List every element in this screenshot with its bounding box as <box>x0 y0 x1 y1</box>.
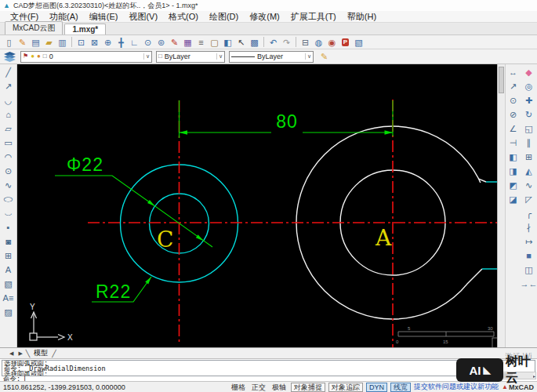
mtext-tool[interactable]: A≡ <box>2 292 15 304</box>
circle-tool[interactable]: ⊙ <box>2 165 15 177</box>
move-tool[interactable]: ✚ <box>522 94 535 107</box>
layout-icon[interactable]: ▢ <box>208 36 221 49</box>
layer-manager-icon[interactable] <box>3 50 16 63</box>
aligned-dimension-tool[interactable]: ↗ <box>506 80 520 93</box>
grid-toggle[interactable]: 栅格 <box>230 383 247 391</box>
color-select[interactable]: □ ByLayer ∨ <box>156 51 225 63</box>
canvas-scrollbar[interactable] <box>497 64 505 347</box>
polygon-tool[interactable]: ⌂ <box>2 108 15 121</box>
ellipse-tool[interactable]: ◯ <box>2 193 15 205</box>
web-icon[interactable]: ◍ <box>312 36 325 49</box>
draw-order-below-tool[interactable]: ◪ <box>506 193 520 205</box>
find-icon[interactable]: ⊚ <box>154 36 168 49</box>
scale-tool[interactable]: ◱ <box>522 122 535 135</box>
zoom-circle-icon[interactable]: ⊙ <box>141 36 154 49</box>
tab-current-drawing[interactable]: 1.mxg* <box>64 24 106 34</box>
pan-icon[interactable]: ╋ <box>114 36 128 49</box>
radius-dimension-tool[interactable]: ⊙ <box>506 94 520 107</box>
chamfer-tool[interactable]: ◸ <box>522 193 535 205</box>
lineweight-toggle[interactable]: 线宽 <box>390 383 411 392</box>
command-history[interactable]: 选择圆弧或圆: 命令: _DrawRadialDimension 选择圆弧或圆: <box>2 360 535 376</box>
redline-icon[interactable]: ✎ <box>168 36 181 49</box>
point-tool[interactable]: ▪ <box>2 221 15 234</box>
image-export-icon[interactable]: ▧ <box>352 36 365 49</box>
join-tool[interactable]: →← <box>522 278 535 290</box>
drawing-canvas[interactable]: 80 Φ22 R22 C A 5 30 0 <box>17 64 497 347</box>
menu-item[interactable]: 帮助(H) <box>342 11 382 23</box>
menu-item[interactable]: 视图(V) <box>123 11 163 23</box>
erase-tool[interactable]: ◆ <box>522 66 535 78</box>
hatch-tool[interactable]: ▨ <box>2 306 15 318</box>
print-icon[interactable]: ⊟ <box>299 36 312 49</box>
mirror-tool[interactable]: ◭ <box>522 165 535 177</box>
spline-tool[interactable]: ∿ <box>2 179 15 191</box>
save-icon[interactable]: ▤ <box>29 36 42 49</box>
dim-text-diameter[interactable]: Φ22 <box>67 154 103 175</box>
rotate-tool[interactable]: ↻ <box>522 108 535 121</box>
new-file-icon[interactable]: ▯ <box>2 36 16 49</box>
linear-dimension-tool[interactable]: ↔ <box>506 66 520 78</box>
menu-item[interactable]: 扩展工具(T) <box>285 11 342 23</box>
dim-text-80[interactable]: 80 <box>276 111 298 132</box>
ellipse-arc-tool[interactable]: ◡ <box>2 207 15 220</box>
display-order-icon[interactable]: ◧ <box>221 36 234 49</box>
zoom-object-icon[interactable]: ⊠ <box>88 36 101 49</box>
line-tool[interactable]: ╱ <box>2 66 15 78</box>
dyn-toggle[interactable]: DYN <box>366 383 387 392</box>
menu-item[interactable]: 绘图(D) <box>204 11 244 23</box>
construction-line-tool[interactable]: ↗ <box>2 80 15 93</box>
array-tool[interactable]: ⊞ <box>522 151 535 163</box>
fillet-tool[interactable]: ╭ <box>522 207 535 220</box>
table-icon[interactable]: ▦ <box>181 36 194 49</box>
rectangle-tool[interactable]: ▭ <box>2 136 15 149</box>
edit-polyline-tool[interactable]: ∿ <box>522 179 535 191</box>
pencil-icon[interactable]: ✎ <box>317 50 331 63</box>
scale-bar[interactable]: 5 30 0 15 <box>396 326 497 347</box>
dimension-continue-tool[interactable]: ⊣ <box>506 136 520 149</box>
angular-dimension-tool[interactable]: ∠ <box>506 122 520 135</box>
stretch-tool[interactable]: ◫ <box>522 263 535 276</box>
linetype-manager-icon[interactable]: ≡ <box>194 36 208 49</box>
save-as-icon[interactable]: ▥ <box>56 36 69 49</box>
select-icon[interactable]: ↖ <box>234 36 248 49</box>
arc-tool[interactable]: ◠ <box>2 151 15 163</box>
scrollbar-thumb[interactable] <box>499 67 504 93</box>
menu-item[interactable]: 编辑(E) <box>84 11 124 23</box>
edit-drawing-icon[interactable]: ✎ <box>16 36 29 49</box>
closed-polyline-tool[interactable]: ▱ <box>2 122 15 135</box>
menu-item[interactable]: 格式(O) <box>163 11 204 23</box>
pdf-export-icon[interactable]: P <box>339 36 352 49</box>
linetype-select[interactable]: ByLayer ∨ <box>229 51 314 63</box>
diameter-dimension-tool[interactable]: ⊘ <box>506 108 520 121</box>
ucs-icon-button[interactable]: ∟ <box>128 36 141 49</box>
tab-next-button[interactable]: ▶ <box>16 350 24 357</box>
zoom-window-icon[interactable]: ⊡ <box>74 36 88 49</box>
create-block-tool[interactable]: ⊞ <box>2 249 15 262</box>
otrack-toggle[interactable]: 对象追踪 <box>328 383 363 392</box>
offset-tool[interactable]: ∥ <box>522 136 535 149</box>
draw-order-front-tool[interactable]: ◧ <box>506 151 520 163</box>
layer-select[interactable]: ⚑ ● ● □ 0 ∨ <box>20 51 152 63</box>
draw-order-back-tool[interactable]: ◨ <box>506 165 520 177</box>
label-c[interactable]: C <box>157 227 173 252</box>
image-tool[interactable]: ▧ <box>2 278 15 290</box>
copy-tool[interactable]: ◎ <box>522 80 535 93</box>
osnap-toggle[interactable]: 对象捕捉 <box>291 383 325 392</box>
insert-block-tool[interactable]: ◙ <box>2 235 15 248</box>
explode-tool[interactable]: ■ <box>522 249 535 262</box>
draw-order-above-tool[interactable]: ◩ <box>506 179 520 191</box>
layer-edit-icon[interactable]: ▩ <box>248 36 261 49</box>
model-tab[interactable]: 模型 <box>31 348 50 358</box>
tab-mxcad-cloud[interactable]: MxCAD云图 <box>5 21 63 34</box>
polyline-tool[interactable]: ◡ <box>2 94 15 107</box>
cloud-icon[interactable]: ◉ <box>325 36 339 49</box>
text-tool[interactable]: A <box>2 263 15 276</box>
polar-toggle[interactable]: 极轴 <box>270 383 288 391</box>
trim-tool[interactable]: ∤ <box>522 221 535 234</box>
open-file-icon[interactable]: ▰ <box>42 36 56 49</box>
undo-icon[interactable]: ↶ <box>267 36 280 49</box>
zoom-extents-icon[interactable]: ⊕ <box>101 36 114 49</box>
label-a[interactable]: A <box>375 225 392 251</box>
redo-icon[interactable]: ↷ <box>280 36 293 49</box>
extend-tool[interactable]: ↦ <box>522 235 535 248</box>
